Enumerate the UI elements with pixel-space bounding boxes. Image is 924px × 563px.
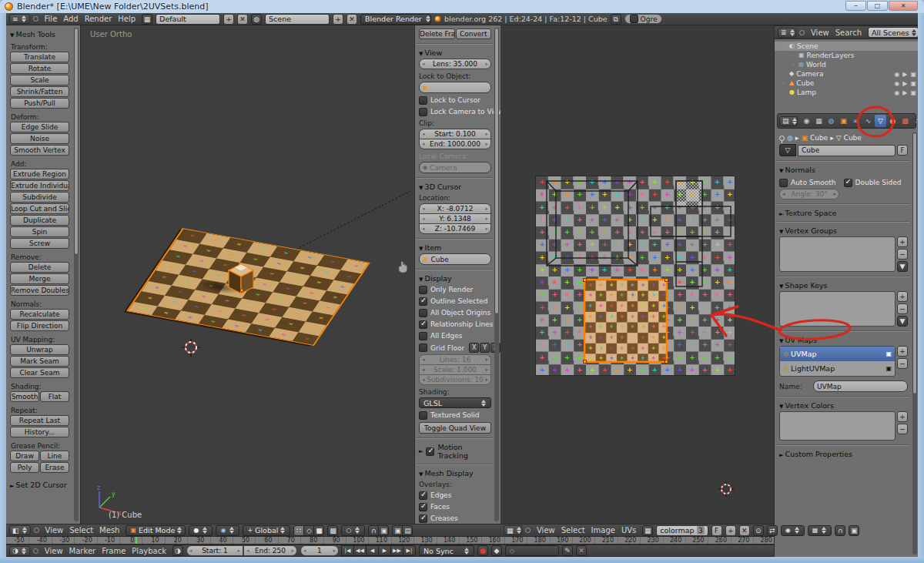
tool-button[interactable]: Recalculate (10, 309, 69, 320)
toggle-quad-view-button[interactable]: Toggle Quad View (419, 422, 491, 434)
tool-button[interactable]: Line (40, 451, 69, 461)
expand-icon[interactable]: ◦ (792, 52, 796, 59)
tab-render[interactable]: ◉ (801, 115, 812, 127)
grid-floor-toggle[interactable]: Grid Floor XYZ (419, 343, 491, 353)
vertex-groups-panel-header[interactable]: Vertex Groups (779, 226, 908, 235)
tool-button[interactable]: Flip Direction (10, 320, 69, 331)
window-swap-icon[interactable]: ⧉ (611, 14, 621, 25)
screen-layout-icon[interactable]: ▦ (142, 14, 152, 25)
play-reverse-button[interactable]: ◀ (366, 545, 379, 556)
tab-scene[interactable]: ▦ (813, 115, 825, 127)
3d-cursor-panel-header[interactable]: 3D Cursor (419, 183, 491, 191)
snap-toggle-button[interactable]: ∩ (368, 525, 379, 536)
menu-item[interactable]: Select (558, 526, 588, 535)
menu-item[interactable]: Render (82, 15, 116, 23)
maximize-button[interactable]: □ (867, 1, 888, 11)
cursor-y-field[interactable]: Y: 6.1348 (419, 213, 491, 224)
menu-item[interactable]: Select (66, 526, 96, 535)
menu-item[interactable]: View (42, 547, 66, 555)
users-count-badge[interactable]: 3 (697, 526, 705, 535)
selectability-icon[interactable]: ▶ (902, 80, 907, 87)
auto-keyframe-record-button[interactable]: ● (477, 545, 488, 556)
uv-name-field[interactable]: UVMap (813, 380, 908, 392)
pin-icon[interactable] (779, 136, 785, 141)
mode-select[interactable]: ▣Edit Mode (126, 525, 186, 536)
checkbox[interactable] (419, 96, 427, 105)
expand-icon[interactable]: ◦ (782, 80, 787, 86)
overlay-toggle[interactable]: Edges (419, 491, 491, 500)
item-panel-header[interactable]: Item (419, 243, 491, 252)
limit-to-visible-button[interactable]: ▩ (327, 525, 338, 536)
uv-snap-button[interactable]: ∩ (835, 525, 845, 536)
menu-item[interactable]: Mesh (96, 526, 122, 535)
collapse-menus-icon[interactable] (799, 30, 805, 35)
clip-start-field[interactable]: Start: 0.100 (419, 129, 491, 139)
scrollbar-thumb[interactable] (74, 28, 79, 255)
collapse-menus-icon[interactable] (525, 528, 531, 533)
vertex-groups-list[interactable] (779, 236, 896, 272)
tool-button[interactable]: Translate (10, 52, 69, 62)
menu-item[interactable]: View (42, 526, 67, 535)
tool-button[interactable]: Repeat Last (10, 415, 69, 426)
clip-end-field[interactable]: End: 1000.000 (419, 139, 491, 149)
set-2d-cursor-panel-header[interactable]: Set 2D Cursor (10, 481, 69, 489)
vertex-group-specials-button[interactable]: ▼ (897, 261, 908, 272)
outliner-row[interactable]: ◦ ▣ RenderLayers | ▣ ◉ ▶ ▣ (775, 51, 918, 60)
tool-button[interactable]: Spin (10, 226, 69, 237)
tool-button[interactable]: Remove Doubles (10, 285, 69, 296)
vertex-colors-list[interactable] (779, 411, 896, 441)
next-keyframe-button[interactable]: ▶▶ (390, 545, 403, 556)
render-engine-select[interactable]: Blender Render (360, 14, 431, 25)
checkbox[interactable] (419, 108, 427, 116)
face-select-mode-button[interactable]: ■ (313, 525, 324, 536)
menu-item[interactable]: Playback (129, 547, 169, 555)
uv-sync-select-button[interactable]: ⇄ (767, 525, 778, 536)
orientation-select[interactable]: +Global (243, 525, 290, 536)
tool-button[interactable]: Extrude Region (10, 169, 69, 179)
tool-button[interactable]: Unwrap (10, 344, 69, 355)
ogre-checkbox[interactable] (630, 15, 638, 23)
overlay-toggle[interactable]: Creases (419, 514, 491, 523)
tool-button[interactable]: History... (10, 427, 69, 437)
time-icon[interactable]: ◑ (172, 545, 183, 556)
tool-button[interactable]: Edge Slide (10, 122, 69, 132)
cursor-z-field[interactable]: Z: -10.7469 (419, 223, 491, 234)
outliner-row[interactable]: ◦ ◍ World | ▣ ◉ ▶ ▣ (775, 60, 918, 69)
tool-button[interactable]: Erase (40, 462, 69, 473)
tool-button[interactable]: Flat (40, 391, 69, 402)
uv-map-row[interactable]: ◍ UVMap ▣ (780, 347, 895, 361)
jump-to-start-button[interactable]: |◀ (341, 545, 354, 556)
axis-toggle-button[interactable]: X (469, 343, 479, 353)
item-name-field[interactable]: ▣Cube (419, 253, 491, 265)
current-frame-marker[interactable] (136, 537, 137, 544)
keying-set-icon[interactable]: ◆ (491, 545, 502, 556)
image-browse-icon[interactable]: ▦ (642, 525, 653, 536)
menu-item[interactable]: View (808, 28, 832, 37)
cursor-x-field[interactable]: X: -8.0712 (419, 203, 491, 214)
collapse-menus-icon[interactable] (34, 528, 39, 533)
remove-shape-key-button[interactable]: − (897, 303, 908, 314)
timeline-ruler[interactable]: -50-40-30-20-100102030405060708090100110… (6, 537, 774, 545)
delete-scene-button[interactable]: ✕ (346, 14, 357, 25)
tab-world[interactable]: ◍ (825, 115, 837, 127)
collapse-menus-icon[interactable] (33, 548, 38, 554)
render-active-icon[interactable]: ▣ (886, 365, 892, 372)
render-active-icon[interactable]: ▣ (886, 350, 892, 357)
tool-button[interactable]: Merge (10, 273, 69, 284)
lock-to-cursor-toggle[interactable]: Lock to Cursor (419, 96, 491, 105)
tab-texture[interactable]: ▩ (899, 115, 911, 127)
uv-2d-cursor[interactable] (718, 481, 734, 497)
add-shape-key-button[interactable]: + (897, 291, 908, 302)
properties-scrollbar[interactable] (912, 132, 917, 555)
tool-button[interactable]: Duplicate (10, 215, 69, 226)
tool-button[interactable]: Rotate (10, 63, 69, 74)
breadcrumb-data[interactable]: Cube (844, 134, 862, 142)
tool-button[interactable]: Loop Cut and Slide (10, 203, 69, 214)
unlink-image-button[interactable]: ✕ (739, 525, 750, 536)
menu-item[interactable]: Help (115, 15, 139, 23)
textured-solid-toggle[interactable]: Textured Solid (419, 411, 491, 420)
grease-pencil-button[interactable]: Convert (456, 28, 492, 39)
tool-button[interactable]: Poly (10, 462, 39, 473)
visibility-eye-icon[interactable]: ◉ (894, 80, 899, 87)
checkbox[interactable] (419, 514, 427, 523)
